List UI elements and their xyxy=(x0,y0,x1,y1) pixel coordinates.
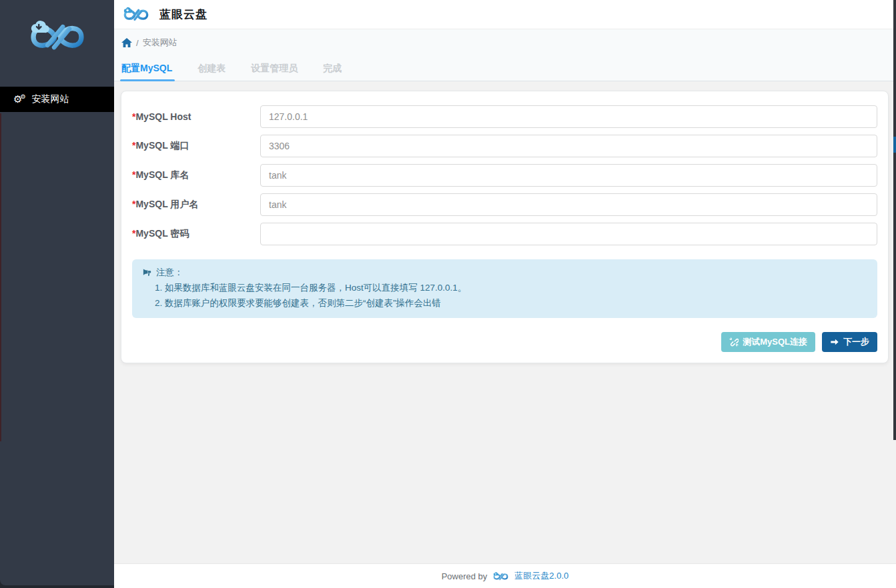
notice-title-row: 注意： xyxy=(142,267,867,279)
app-logo-icon xyxy=(121,6,151,23)
mysql-dbname-label: *MySQL 库名 xyxy=(132,169,260,181)
app-logo-icon xyxy=(492,571,510,581)
main-content: 蓝眼云盘 / 安装网站 配置MySQL 创建表 设置管理员 完成 *MySQL … xyxy=(114,0,896,588)
tab-configure-mysql[interactable]: 配置MySQL xyxy=(121,56,172,81)
form-row-host: *MySQL Host xyxy=(132,105,877,128)
product-version-link[interactable]: 蓝眼云盘2.0.0 xyxy=(514,570,568,582)
mysql-port-label: *MySQL 端口 xyxy=(132,140,260,152)
scrollbar-track[interactable] xyxy=(893,0,896,440)
next-button-label: 下一步 xyxy=(843,336,869,348)
breadcrumb-separator: / xyxy=(136,38,139,48)
arrow-right-icon xyxy=(830,337,839,347)
home-icon[interactable] xyxy=(121,38,132,48)
scrollbar-thumb[interactable] xyxy=(893,137,896,153)
test-button-label: 测试MySQL连接 xyxy=(743,336,807,348)
form-row-dbname: *MySQL 库名 xyxy=(132,164,877,187)
action-buttons: 测试MySQL连接 下一步 xyxy=(132,332,877,352)
mysql-username-label: *MySQL 用户名 xyxy=(132,199,260,211)
bullhorn-icon xyxy=(142,268,152,278)
sidebar-item-install-site[interactable]: ⚙⚙ 安装网站 xyxy=(0,87,114,112)
tab-create-tables[interactable]: 创建表 xyxy=(197,56,226,81)
mysql-password-input[interactable] xyxy=(260,223,877,245)
mysql-host-input[interactable] xyxy=(260,105,877,128)
page-title: 蓝眼云盘 xyxy=(159,7,207,22)
mysql-host-label: *MySQL Host xyxy=(132,111,260,122)
notice-box: 注意： 1. 如果数据库和蓝眼云盘安装在同一台服务器，Host可以直接填写 12… xyxy=(132,259,877,318)
tab-finish[interactable]: 完成 xyxy=(323,56,342,81)
mysql-dbname-input[interactable] xyxy=(260,164,877,187)
mysql-port-input[interactable] xyxy=(260,135,877,157)
sidebar-item-label: 安装网站 xyxy=(32,93,69,105)
form-row-username: *MySQL 用户名 xyxy=(132,193,877,216)
mysql-config-panel: *MySQL Host *MySQL 端口 *MySQL 库名 *MySQL 用… xyxy=(121,91,889,363)
form-row-port: *MySQL 端口 xyxy=(132,135,877,157)
powered-by-text: Powered by xyxy=(442,571,488,581)
notice-item: 2. 数据库账户的权限要求要能够创建表，否则第二步“创建表”操作会出错 xyxy=(142,297,867,309)
app-logo-icon xyxy=(25,17,90,55)
top-header: 蓝眼云盘 xyxy=(114,0,896,29)
cogs-icon: ⚙⚙ xyxy=(13,94,26,105)
mysql-username-input[interactable] xyxy=(260,193,877,216)
breadcrumb-current: 安装网站 xyxy=(143,37,177,49)
tab-set-admin[interactable]: 设置管理员 xyxy=(251,56,298,81)
background-edge-strip xyxy=(0,113,1,441)
unlink-icon xyxy=(729,337,739,347)
wizard-tabs: 配置MySQL 创建表 设置管理员 完成 xyxy=(114,56,896,81)
notice-item: 1. 如果数据库和蓝眼云盘安装在同一台服务器，Host可以直接填写 127.0.… xyxy=(142,282,867,294)
next-step-button[interactable]: 下一步 xyxy=(822,332,877,352)
sidebar: ⚙⚙ 安装网站 xyxy=(0,0,114,585)
mysql-password-label: *MySQL 密码 xyxy=(132,228,260,240)
test-mysql-connection-button[interactable]: 测试MySQL连接 xyxy=(721,332,815,352)
notice-title: 注意： xyxy=(156,267,183,279)
breadcrumb: / 安装网站 xyxy=(114,29,896,56)
form-row-password: *MySQL 密码 xyxy=(132,223,877,245)
footer: Powered by 蓝眼云盘2.0.0 xyxy=(114,563,896,588)
